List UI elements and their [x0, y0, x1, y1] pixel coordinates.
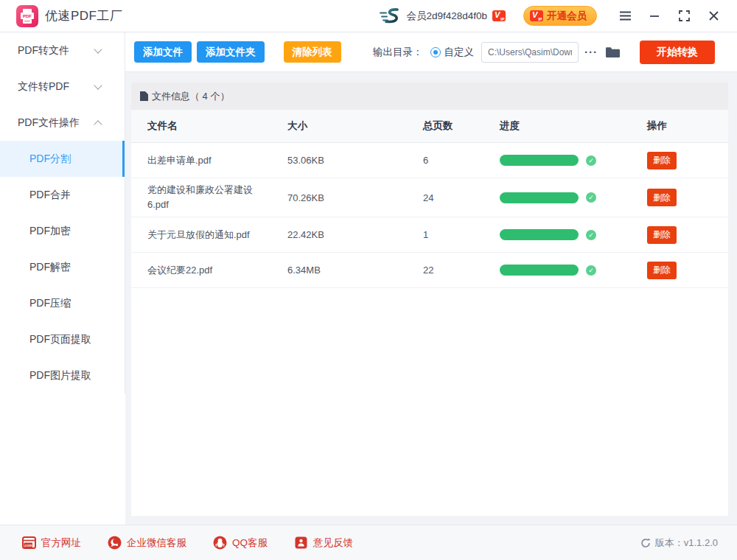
footer-link[interactable]: .com: [213, 536, 268, 550]
sidebar-item-label: PDF图片提取: [29, 369, 91, 382]
sidebar-item[interactable]: PDF分割: [0, 141, 125, 177]
sidebar-item[interactable]: PDF加密: [0, 213, 125, 249]
chevron-icon: [94, 120, 102, 128]
footer-link[interactable]: .com: [294, 536, 353, 550]
footer-link-icon: .com: [294, 536, 308, 550]
delete-button[interactable]: 删除: [647, 262, 677, 279]
check-icon: ✓: [586, 155, 596, 166]
open-folder-button[interactable]: [605, 46, 621, 58]
sidebar-item-label: PDF页面提取: [29, 333, 91, 346]
progress-bar: [500, 265, 579, 276]
start-convert-button[interactable]: 开始转换: [640, 41, 715, 64]
table-row: 会议纪要22.pdf 6.34MB 22 ✓ 删除: [131, 253, 728, 288]
footer-link[interactable]: .com: [108, 536, 186, 550]
member-account[interactable]: 会员2d9f428d4f0b V IP: [379, 7, 506, 25]
sidebar-item-label: PDF文件操作: [18, 116, 80, 130]
custom-radio-label: 自定义: [444, 46, 475, 59]
col-header-pages: 总页数: [423, 119, 500, 133]
toolbar: 添加文件 添加文件夹 清除列表 输出目录： 自定义 ··· 开始转换: [125, 32, 737, 72]
action-cell: 删除: [647, 152, 728, 169]
sidebar-item[interactable]: PDF合并: [0, 177, 125, 213]
file-name-cell: 会议纪要22.pdf: [147, 259, 259, 282]
upgrade-vip-button[interactable]: V IP 开通会员: [523, 6, 597, 26]
footer: .com: [0, 525, 737, 560]
col-header-action: 操作: [647, 119, 728, 133]
sidebar-nav: PDF转文件 文件转PDF PDF文件操作 PDF分割: [0, 32, 125, 393]
footer-links: .com: [22, 536, 353, 550]
file-pages-cell: 22: [423, 265, 500, 276]
footer-link-icon: .com: [213, 536, 227, 550]
col-header-name: 文件名: [147, 119, 287, 133]
app-title: 优速PDF工厂: [45, 7, 123, 24]
output-dir-label: 输出目录：: [373, 46, 423, 59]
vip-badge-icon: V IP: [530, 10, 543, 21]
add-folder-button[interactable]: 添加文件夹: [197, 41, 265, 63]
file-size-cell: 53.06KB: [287, 155, 423, 166]
footer-link-label: QQ客服: [232, 536, 268, 550]
sidebar-item[interactable]: PDF图片提取: [0, 357, 125, 393]
file-name-cell: 出差申请单.pdf: [147, 149, 259, 172]
clear-list-button[interactable]: 清除列表: [284, 41, 341, 63]
close-icon[interactable]: [702, 6, 725, 27]
check-icon: ✓: [586, 192, 596, 203]
member-name: 会员2d9f428d4f0b: [406, 10, 487, 23]
sidebar-item[interactable]: PDF转文件: [0, 32, 125, 69]
file-info-title: 文件信息（ 4 个）: [152, 90, 229, 103]
minimize-icon[interactable]: [643, 6, 666, 27]
sidebar-item-label: PDF加密: [29, 225, 71, 238]
titlebar: PDF 优速PDF工厂 会员2d9f428d4f0b V IP V IP: [0, 0, 737, 32]
maximize-icon[interactable]: [672, 6, 696, 27]
sidebar-item[interactable]: PDF页面提取: [0, 321, 125, 357]
version-info: 版本：v1.1.2.0: [640, 536, 718, 550]
footer-link[interactable]: .com: [22, 536, 81, 550]
sidebar-item[interactable]: PDF文件操作: [0, 105, 125, 141]
table-empty-space: [131, 288, 728, 516]
website-icon: .com: [22, 536, 36, 550]
file-pages-cell: 24: [423, 192, 500, 203]
sidebar-item-label: PDF分割: [29, 153, 71, 166]
footer-link-icon: .com: [22, 536, 36, 550]
svg-text:PDF: PDF: [23, 14, 32, 18]
file-size-cell: 22.42KB: [287, 229, 423, 240]
sidebar-item-label: 文件转PDF: [18, 80, 69, 94]
check-icon: ✓: [586, 230, 596, 240]
menu-icon[interactable]: [613, 6, 637, 27]
delete-button[interactable]: 删除: [647, 189, 677, 206]
browse-more-button[interactable]: ···: [584, 46, 598, 58]
output-path-input[interactable]: [481, 42, 579, 63]
refresh-icon[interactable]: [640, 538, 651, 548]
add-file-button[interactable]: 添加文件: [134, 41, 192, 63]
output-dir-group: 输出目录： 自定义 ···: [373, 42, 621, 63]
progress-bar: [500, 155, 579, 166]
sidebar-item[interactable]: 文件转PDF: [0, 69, 125, 105]
action-cell: 删除: [647, 189, 728, 206]
table-body: 出差申请单.pdf 53.06KB 6 ✓ 删除: [131, 143, 728, 288]
version-label: 版本：v1.1.2.0: [655, 536, 718, 550]
sidebar-item-label: PDF转文件: [18, 44, 69, 57]
table-row: 党的建设和廉政公署建设6.pdf 70.26KB 24 ✓ 删除: [131, 178, 728, 217]
file-info-bar: 文件信息（ 4 个）: [131, 83, 728, 110]
delete-button[interactable]: 删除: [647, 152, 677, 169]
progress-bar: [500, 192, 579, 203]
sidebar-item-label: PDF合并: [29, 189, 71, 202]
footer-link-label: 意见反馈: [313, 536, 353, 550]
col-header-progress: 进度: [500, 119, 647, 133]
delete-button[interactable]: 删除: [647, 226, 677, 244]
table-row: 关于元旦放假的通知.pdf 22.42KB 1 ✓ 删除: [131, 217, 728, 253]
progress-cell: ✓: [500, 192, 647, 203]
app-window: PDF 优速PDF工厂 会员2d9f428d4f0b V IP V IP: [0, 0, 737, 560]
window-controls: [613, 6, 725, 27]
footer-link-label: 官方网址: [41, 536, 81, 550]
sidebar-item[interactable]: PDF压缩: [0, 285, 125, 321]
wechat-icon: [108, 536, 122, 550]
sidebar-item-label: PDF压缩: [29, 297, 71, 310]
progress-cell: ✓: [500, 265, 647, 276]
swoosh-avatar-icon: [379, 7, 401, 25]
custom-radio[interactable]: [430, 47, 441, 57]
footer-link-icon: .com: [108, 536, 122, 550]
sidebar-item[interactable]: PDF解密: [0, 249, 125, 285]
chevron-icon: [94, 45, 102, 53]
file-name-cell: 关于元旦放假的通知.pdf: [147, 223, 259, 247]
content-area: 添加文件 添加文件夹 清除列表 输出目录： 自定义 ··· 开始转换: [125, 32, 737, 525]
chevron-icon: [94, 81, 102, 89]
